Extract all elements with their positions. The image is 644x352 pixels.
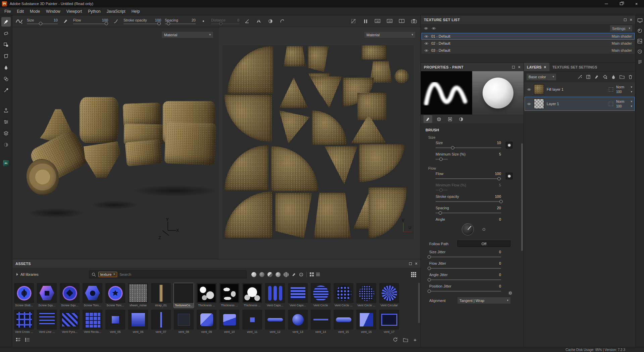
- search-tag-texture[interactable]: texture×: [98, 272, 117, 277]
- stroke-opacity-slider-knob[interactable]: [157, 22, 161, 25]
- view-3d-icon[interactable]: 3D: [374, 17, 382, 25]
- texture-set-shader[interactable]: Main shader: [611, 34, 632, 38]
- asset-item[interactable]: vent_07: [151, 310, 171, 334]
- layer-visibility-icon[interactable]: [527, 102, 531, 105]
- close-icon[interactable]: ×: [518, 65, 521, 69]
- angle-handle[interactable]: [483, 228, 485, 231]
- log-panel-icon[interactable]: [638, 59, 642, 64]
- distance-slider-knob[interactable]: [219, 22, 222, 25]
- asset-item[interactable]: Screw Squ...: [60, 283, 80, 308]
- menu-window[interactable]: Window: [43, 9, 63, 14]
- jitter-settings-icon[interactable]: [508, 291, 512, 295]
- filter-brushes-icon[interactable]: [292, 272, 296, 277]
- undock-icon[interactable]: [624, 18, 627, 21]
- position-jitter-slider[interactable]: [429, 291, 501, 292]
- size-slider-knob[interactable]: [39, 22, 42, 25]
- minimum-size--slider[interactable]: [436, 159, 448, 160]
- spacing-slider[interactable]: [436, 213, 501, 213]
- asset-search-input[interactable]: texture× Search: [89, 270, 247, 278]
- symmetry-icon[interactable]: [255, 17, 263, 25]
- layer-thumbnail[interactable]: [534, 99, 544, 109]
- angle-jitter-slider[interactable]: [429, 279, 501, 280]
- brush-tip-button[interactable]: [506, 142, 512, 148]
- asset-item[interactable]: Screw Squ...: [37, 283, 57, 308]
- asset-item[interactable]: Thickness ...: [197, 283, 216, 308]
- history-panel-icon[interactable]: [637, 49, 642, 54]
- filter-smart-masks-icon[interactable]: [267, 272, 273, 277]
- close-tab-icon[interactable]: ×: [544, 65, 546, 69]
- tab-texture-set-settings[interactable]: TEXTURE SET SETTINGS: [549, 63, 600, 71]
- asset-item[interactable]: vent_17: [379, 310, 399, 334]
- asset-item[interactable]: vent_12: [265, 310, 285, 334]
- asset-item[interactable]: Screw Slott...: [14, 283, 34, 308]
- texture-set-settings-dropdown[interactable]: Settings▾: [610, 25, 632, 32]
- brush-tip-button[interactable]: [506, 173, 512, 179]
- tab-layers[interactable]: LAYERS×: [524, 63, 549, 71]
- asset-item[interactable]: Vent Cross ...: [14, 310, 34, 334]
- layer-visibility-icon[interactable]: [527, 88, 531, 91]
- layer-opacity-dropdown[interactable]: 100▾: [616, 104, 632, 108]
- clone-tool[interactable]: [1, 74, 11, 84]
- filter-alphas-icon[interactable]: [299, 272, 303, 277]
- spacing-slider-knob[interactable]: [167, 22, 170, 25]
- close-button[interactable]: ×: [629, 0, 644, 7]
- visibility-eye-icon[interactable]: [424, 42, 429, 45]
- asset-item[interactable]: Vent Circle ...: [334, 283, 353, 308]
- view-split-icon[interactable]: [398, 17, 406, 25]
- remove-tag-icon[interactable]: ×: [113, 273, 115, 276]
- menu-help[interactable]: Help: [129, 9, 143, 14]
- display-options-icon[interactable]: [411, 272, 416, 277]
- import-resources-icon[interactable]: [403, 338, 408, 342]
- asset-item[interactable]: Vent Circular: [379, 283, 399, 308]
- asset-item[interactable]: Vent Line ...: [37, 310, 57, 334]
- asset-item[interactable]: vent_09: [197, 310, 216, 334]
- stroke-opacity-slider[interactable]: [123, 24, 161, 24]
- polygon-fill-tool[interactable]: [1, 51, 11, 61]
- stroke-preset-icon[interactable]: [15, 17, 23, 25]
- minimum-flow--slider[interactable]: [436, 190, 448, 190]
- add-effect-icon[interactable]: [578, 75, 582, 79]
- follow-path-toggle[interactable]: Off: [457, 240, 510, 247]
- asset-item[interactable]: vent_06: [128, 310, 148, 334]
- texture-set-row[interactable]: 02 - DefaultMain shader: [422, 40, 635, 47]
- minimize-button[interactable]: [599, 0, 614, 7]
- texture-set-row[interactable]: 03 - DefaultMain shader: [422, 47, 635, 54]
- undock-icon[interactable]: [409, 262, 412, 265]
- asset-item[interactable]: vent_08: [174, 310, 194, 334]
- details-view-icon[interactable]: [16, 338, 21, 342]
- quick-mask-icon[interactable]: [1, 140, 11, 149]
- add-folder-icon[interactable]: [620, 75, 625, 79]
- asset-item[interactable]: Vent Caps...: [265, 283, 285, 308]
- brush-tip-icon[interactable]: [61, 17, 69, 25]
- menu-javascript[interactable]: JavaScript: [104, 9, 129, 14]
- texture-set-row[interactable]: 01 - DefaultMain shader: [422, 33, 635, 40]
- lazy-mouse-icon[interactable]: [199, 17, 207, 25]
- export-icon[interactable]: [1, 106, 11, 115]
- visibility-eye-icon[interactable]: [424, 49, 429, 52]
- visibility-eye-icon[interactable]: [424, 35, 429, 38]
- texture-set-shader[interactable]: Main shader: [611, 41, 632, 45]
- flow-slider[interactable]: [436, 178, 501, 179]
- filter-environments-icon[interactable]: [284, 272, 289, 277]
- channel-filter-dropdown[interactable]: Base color▾: [527, 74, 556, 80]
- compact-view-icon[interactable]: [25, 338, 30, 342]
- add-mask-icon[interactable]: [586, 75, 591, 79]
- size-jitter-slider[interactable]: [429, 257, 501, 257]
- flow-jitter-slider[interactable]: [429, 268, 501, 269]
- asset-item[interactable]: Vent Pyra...: [60, 310, 80, 334]
- maximize-button[interactable]: [614, 0, 629, 7]
- menu-mode[interactable]: Mode: [27, 9, 43, 14]
- smudge-tool[interactable]: [1, 63, 11, 72]
- show-all-eye-icon[interactable]: [424, 27, 428, 30]
- asset-item[interactable]: vent_05: [105, 310, 125, 334]
- eraser-tool[interactable]: [1, 29, 11, 38]
- angle-falloff-icon[interactable]: [243, 17, 251, 25]
- shelf-stack-icon[interactable]: [1, 129, 11, 138]
- asset-item[interactable]: strap_01: [151, 283, 171, 308]
- properties-scrollbar[interactable]: [521, 143, 523, 251]
- texture-panel-icon[interactable]: [637, 39, 642, 44]
- viewport-3d[interactable]: Material▾ Y X Z: [12, 27, 218, 259]
- layer-thumbnail[interactable]: [534, 84, 544, 94]
- display-settings-panel-icon[interactable]: [637, 18, 643, 23]
- distance-slider[interactable]: [211, 24, 239, 24]
